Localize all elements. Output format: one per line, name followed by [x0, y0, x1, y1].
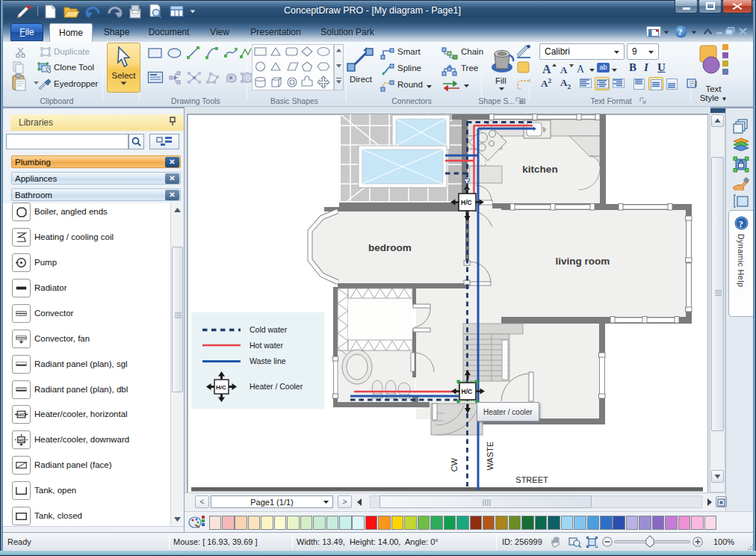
svg-text:A: A — [560, 64, 568, 75]
svg-text:Hot water: Hot water — [250, 341, 283, 350]
svg-text:Waste line: Waste line — [250, 356, 286, 365]
svg-text:A: A — [542, 63, 551, 75]
svg-text:bedroom: bedroom — [368, 242, 412, 253]
svg-text:Cold water: Cold water — [250, 325, 288, 334]
svg-text:?: ? — [739, 218, 744, 229]
svg-text:?: ? — [678, 27, 683, 37]
svg-text:H/C: H/C — [461, 199, 472, 206]
svg-text:H/C: H/C — [19, 438, 25, 442]
svg-text:CW: CW — [450, 457, 459, 472]
svg-text:H/C: H/C — [18, 413, 25, 417]
svg-text:WASTE: WASTE — [486, 442, 495, 471]
svg-text:STREET: STREET — [515, 475, 548, 484]
svg-text:H/C: H/C — [216, 384, 226, 391]
svg-text:H/C: H/C — [462, 388, 473, 395]
svg-text:A: A — [577, 64, 585, 75]
svg-text:Heater / Cooler: Heater / Cooler — [250, 382, 303, 391]
svg-text:kitchen: kitchen — [522, 164, 557, 175]
svg-text:living room: living room — [556, 256, 610, 267]
